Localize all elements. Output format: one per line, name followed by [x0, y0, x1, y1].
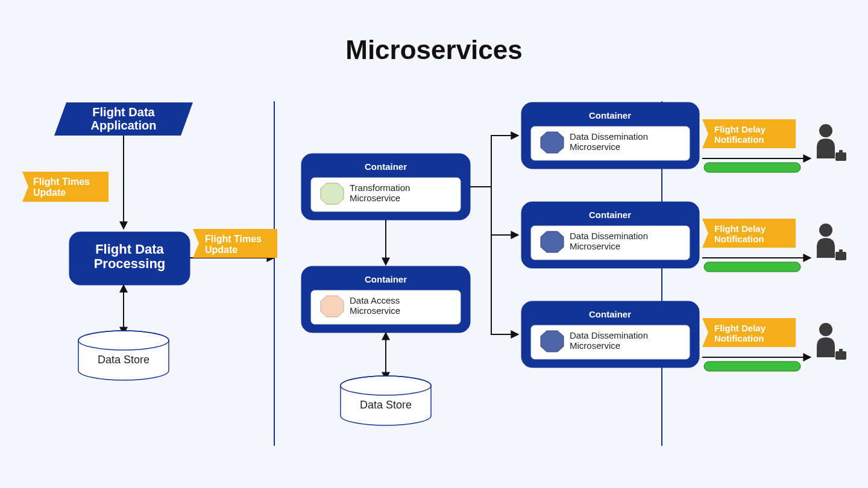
- svg-text:Data Store: Data Store: [98, 354, 149, 366]
- flight-times-update-label: Flight TimesUpdate: [22, 172, 108, 202]
- svg-text:Container: Container: [589, 309, 631, 319]
- svg-text:Flight DataProcessing: Flight DataProcessing: [94, 242, 166, 271]
- arrow: [470, 187, 518, 334]
- container-dissemination-1: Container Data DisseminationMicroservice: [521, 102, 699, 169]
- svg-text:Container: Container: [365, 161, 407, 172]
- hexagon-icon: [541, 132, 564, 153]
- hexagon-icon: [321, 183, 344, 204]
- hexagon-icon: [321, 296, 344, 317]
- flight-delay-notification-1: Flight DelayNotification: [702, 119, 800, 172]
- svg-text:Flight DelayNotification: Flight DelayNotification: [714, 323, 766, 343]
- flight-data-application-label: Flight DataApplication: [91, 105, 157, 132]
- arrow: [470, 187, 518, 235]
- data-store-left: Data Store: [78, 331, 169, 380]
- container-data-access: Container Data AccessMicroservice: [301, 266, 470, 333]
- svg-text:Container: Container: [589, 110, 631, 120]
- diagram-canvas: Flight DataApplication Flight TimesUpdat…: [0, 0, 868, 488]
- arrow: [470, 136, 518, 187]
- progress-bar: [704, 361, 800, 371]
- flight-delay-notification-3: Flight DelayNotification: [702, 318, 800, 371]
- svg-text:Data Store: Data Store: [360, 399, 412, 411]
- svg-text:Container: Container: [589, 210, 631, 220]
- svg-point-47: [819, 323, 832, 336]
- flight-times-update-label-2: Flight TimesUpdate: [193, 229, 277, 258]
- flight-data-processing: Flight DataProcessing: [69, 232, 190, 285]
- svg-text:Flight DelayNotification: Flight DelayNotification: [714, 224, 766, 244]
- svg-text:Flight DelayNotification: Flight DelayNotification: [714, 124, 766, 145]
- progress-bar: [704, 262, 800, 272]
- svg-rect-43: [835, 252, 846, 260]
- container-transformation: Container TransformationMicroservice: [301, 154, 470, 220]
- svg-rect-39: [839, 150, 843, 153]
- svg-marker-13: [321, 183, 344, 204]
- svg-rect-38: [835, 152, 846, 161]
- hexagon-icon: [541, 331, 564, 352]
- person-icon: [817, 124, 846, 161]
- person-icon: [817, 224, 846, 260]
- container-dissemination-3: Container Data DisseminationMicroservice: [521, 301, 699, 368]
- person-icon: [817, 323, 846, 360]
- hexagon-icon: [541, 231, 564, 252]
- svg-point-37: [819, 124, 832, 137]
- flight-delay-notification-2: Flight DelayNotification: [702, 219, 800, 272]
- svg-point-42: [819, 224, 832, 237]
- svg-rect-44: [839, 249, 843, 252]
- data-store-middle: Data Store: [341, 376, 431, 425]
- svg-text:Data AccessMicroservice: Data AccessMicroservice: [350, 295, 400, 316]
- svg-text:Container: Container: [365, 274, 407, 284]
- svg-rect-48: [835, 351, 846, 360]
- container-dissemination-2: Container Data DisseminationMicroservice: [521, 202, 699, 268]
- svg-marker-18: [321, 296, 344, 317]
- flight-data-application: Flight DataApplication: [54, 102, 193, 136]
- progress-bar: [704, 163, 800, 172]
- svg-rect-49: [839, 349, 843, 352]
